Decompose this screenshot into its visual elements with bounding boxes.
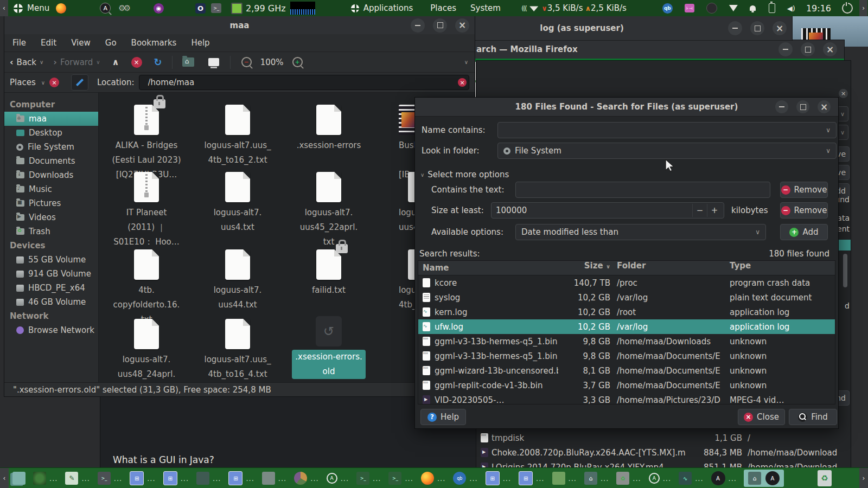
close-icon[interactable]	[773, 21, 787, 35]
taskbar-expand-icon[interactable]: ›	[859, 468, 868, 488]
tor-launcher-icon[interactable]: ◉	[154, 3, 164, 14]
sidebar-item-documents[interactable]: Documents	[4, 154, 98, 168]
menu-view[interactable]: View	[71, 38, 91, 48]
menu-help[interactable]: Help	[191, 38, 209, 48]
file-item[interactable]: loguus-alt7.uus4.txt	[200, 172, 276, 235]
close-sidebar-icon[interactable]: ×	[49, 78, 59, 87]
file-item[interactable]: failid.txt	[291, 249, 367, 298]
firefox-launcher-icon[interactable]	[56, 3, 66, 14]
forward-button[interactable]: › Forward∨	[53, 57, 100, 67]
location-input[interactable]	[144, 78, 454, 87]
table-row-clipped[interactable]: VID-20230505-… 3,3 GB /home/maa/Pictures…	[418, 393, 835, 404]
taskbar-item[interactable]: ...	[548, 472, 580, 485]
column-type[interactable]: Type	[726, 261, 835, 275]
sidebar-item-downloads[interactable]: ↓Downloads	[4, 168, 98, 182]
minimize-icon[interactable]	[411, 18, 425, 33]
sidebar-item-videos[interactable]: ▶Videos	[4, 210, 98, 224]
file-item[interactable]: loguus-alt7.uus44.txt	[200, 249, 276, 312]
table-row[interactable]: syslog 10,2 GB /var/log plain text docum…	[418, 290, 835, 305]
result-row[interactable]: Choke.2008.720p.BluRay.x264.AAC-[YTS.MX]…	[476, 445, 851, 460]
net-down-speed[interactable]: 3,5 KiB/s	[547, 3, 583, 13]
toolbar-chevron-icon[interactable]: ∨	[464, 59, 468, 65]
reload-button[interactable]: ↻	[154, 56, 162, 68]
sidebar-item-desktop[interactable]: Desktop	[4, 126, 98, 140]
add-button[interactable]: + Add	[780, 224, 828, 240]
taskbar-item[interactable]: >_...	[94, 472, 126, 485]
taskbar-item[interactable]: ...	[193, 472, 225, 485]
opera-launcher-icon[interactable]: O	[195, 3, 206, 14]
taskbar-item-active[interactable]: ⌂ A	[744, 470, 784, 487]
wifi-signal-icon[interactable]	[529, 5, 538, 11]
column-name[interactable]: Name	[418, 261, 558, 275]
stop-button[interactable]: ×	[131, 57, 142, 68]
taskbar-item[interactable]: ⊞...	[126, 471, 159, 485]
taskbar-collapse-icon[interactable]: ‹	[0, 468, 9, 488]
up-button[interactable]: ∧	[112, 57, 119, 67]
system-monitor-graph[interactable]	[290, 2, 315, 15]
media-tray-icon[interactable]: ⊦⊣	[685, 4, 694, 12]
sidebar-item-browse-network[interactable]: Browse Network	[4, 323, 98, 337]
name-contains-input[interactable]	[498, 125, 836, 135]
contains-text-field[interactable]	[515, 182, 770, 198]
zoom-level[interactable]: 100%	[260, 57, 284, 67]
maximize-icon[interactable]	[433, 18, 447, 33]
maximize-icon[interactable]	[801, 42, 815, 56]
sidebar-item-maa[interactable]: ⌂maa	[4, 112, 98, 126]
menu-file[interactable]: File	[12, 38, 26, 48]
location-field[interactable]: ×	[139, 75, 469, 90]
taskbar-item[interactable]: >_...	[385, 472, 417, 485]
remove-button[interactable]: − Remove	[780, 182, 828, 198]
file-item[interactable]: loguus-alt7.uus45_22aprl.txt	[291, 172, 367, 249]
minimize-icon[interactable]	[728, 21, 742, 35]
maximize-icon[interactable]	[750, 21, 764, 35]
sidebar-item-hbcd[interactable]: HBCD_PE_x64	[4, 281, 98, 295]
remove-button[interactable]: − Remove	[780, 202, 828, 219]
taskbar-item[interactable]: A...	[707, 471, 741, 485]
taskbar-item[interactable]	[9, 472, 29, 485]
taskbar-item[interactable]: ...	[290, 472, 322, 485]
network-activity-icon[interactable]: (((	[521, 4, 526, 12]
sidebar-item-pictures[interactable]: ■Pictures	[4, 196, 98, 210]
network-tray-icon[interactable]	[729, 5, 738, 11]
file-manager-titlebar[interactable]: maa	[4, 16, 475, 35]
file-item[interactable]: ALIKA - Bridges(Eesti Laul 2023)[IQ27JHh…	[108, 105, 184, 182]
volume-icon[interactable]: ◀)	[787, 4, 795, 12]
table-row[interactable]: ggml-wizard-13b-uncensored.bi 8,1 GB /ho…	[418, 363, 835, 378]
column-size[interactable]: Size ∨	[558, 261, 610, 275]
applications-menu[interactable]: Applications	[351, 3, 413, 13]
clear-location-icon[interactable]: ×	[458, 78, 467, 87]
shutdown-icon[interactable]	[842, 3, 853, 14]
file-item[interactable]: 4tb.copyfolderto.16.txt	[108, 249, 184, 327]
qbittorrent-tray-icon[interactable]: qb	[662, 3, 673, 14]
zoom-out-button[interactable]: −	[241, 57, 252, 67]
search-tool-icon[interactable]: A	[100, 3, 111, 14]
gears-icon[interactable]: ⚙⚙	[118, 3, 129, 13]
spin-down-button[interactable]: −	[692, 204, 707, 217]
taskbar-item[interactable]: ⌂...	[580, 472, 612, 485]
chevron-down-icon[interactable]: ∨	[755, 228, 760, 236]
clock[interactable]: 19:16	[806, 3, 831, 14]
table-row[interactable]: ggml-replit-code-v1-3b.bin 3,7 GB /home/…	[418, 378, 835, 393]
sidebar-item-volume-914[interactable]: 914 GB Volume	[4, 267, 98, 281]
chevron-down-icon[interactable]: ∨	[826, 126, 831, 134]
file-item-selected[interactable]: ↺ .xsession-errors.old	[291, 316, 367, 379]
close-icon[interactable]	[823, 42, 837, 56]
file-item[interactable]: loguus-alt7.uus48_24aprl.txt	[108, 319, 184, 382]
cpu-frequency[interactable]: 2,99 GHz	[246, 3, 286, 14]
close-button[interactable]: × Close	[738, 409, 785, 425]
taskbar-item[interactable]: A...	[645, 473, 675, 484]
minimize-icon[interactable]	[778, 42, 793, 56]
scrollbar-thumb[interactable]	[843, 254, 847, 287]
taskbar-item[interactable]: ✎...	[61, 472, 93, 485]
result-row[interactable]: tmpdisk 1,1 GB /	[476, 431, 851, 445]
taskbar-item[interactable]: ⊞...	[159, 471, 193, 485]
close-icon[interactable]: ×	[839, 89, 848, 98]
contains-text-input[interactable]	[516, 185, 770, 195]
taskbar-item[interactable]: ♻...	[612, 472, 644, 485]
panel-collapse-left-icon[interactable]: ‹	[0, 0, 8, 16]
menu-bookmarks[interactable]: Bookmarks	[131, 38, 177, 48]
table-row[interactable]: kcore 140,7 TB /proc program crash data	[418, 275, 835, 290]
notifications-icon[interactable]	[750, 5, 756, 11]
table-row[interactable]: ggml-v3-13b-hermes-q5_1.bin 9,8 GB /home…	[418, 349, 835, 363]
close-icon[interactable]	[455, 18, 469, 33]
